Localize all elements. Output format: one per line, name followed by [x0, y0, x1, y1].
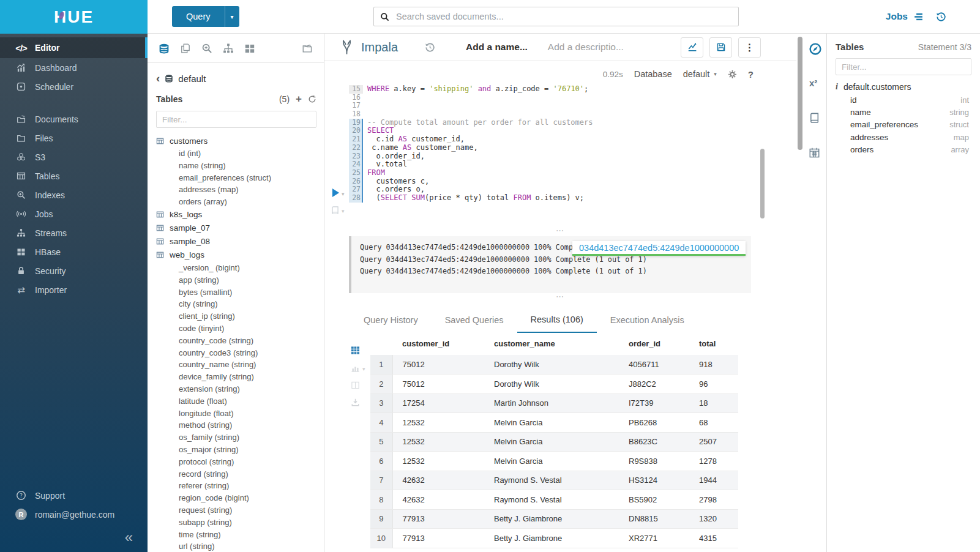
tree-column-item[interactable]: city (string) [156, 298, 316, 310]
sidebar-item-importer[interactable]: ⇄ Importer [0, 280, 148, 299]
tree-table-item[interactable]: customers [156, 134, 316, 147]
column-header[interactable]: customer_name [484, 334, 619, 355]
sidebar-item-support[interactable]: ? Support [0, 486, 148, 505]
sidebar-item-scheduler[interactable]: Scheduler [0, 77, 148, 96]
info-icon[interactable]: i [836, 82, 838, 92]
tab-execution-analysis[interactable]: Execution Analysis [597, 308, 698, 332]
documents-copy-icon[interactable] [180, 43, 191, 54]
right-column-item[interactable]: ordersarray [836, 144, 971, 156]
query-description-field[interactable]: Add a descriptio... [548, 42, 624, 53]
tree-column-item[interactable]: device_family (string) [156, 371, 316, 383]
tree-column-item[interactable]: country_name (string) [156, 359, 316, 371]
table-row[interactable]: 175012Dorothy Wilk4056711918 [370, 355, 738, 375]
tree-column-item[interactable]: url (string) [156, 540, 316, 552]
refresh-icon[interactable] [308, 95, 316, 103]
tree-table-item[interactable]: sample_08 [156, 235, 316, 248]
sidebar-item-security[interactable]: Security [0, 261, 148, 280]
tree-column-item[interactable]: protocol (string) [156, 456, 316, 468]
new-query-button[interactable]: Query ▾ [172, 6, 239, 27]
sidebar-item-user[interactable]: R romain@gethue.com [0, 505, 148, 524]
format-book-icon[interactable] [331, 206, 340, 215]
help-icon[interactable]: ? [748, 69, 754, 80]
table-row[interactable]: 512532Melvin GarciaB8623C2507 [370, 432, 738, 452]
tree-column-item[interactable]: country_code (string) [156, 335, 316, 347]
table-row[interactable]: 317254Martin JohnsonI72T3918 [370, 393, 738, 413]
chart-button[interactable] [681, 37, 703, 58]
sidebar-item-indexes[interactable]: Indexes [0, 185, 148, 204]
tree-column-item[interactable]: request (string) [156, 504, 316, 517]
sidebar-item-jobs[interactable]: Jobs [0, 204, 148, 223]
book-caret-icon[interactable]: ▾ [342, 208, 345, 214]
tree-column-item[interactable]: os_family (string) [156, 431, 316, 444]
tab-saved-queries[interactable]: Saved Queries [432, 308, 517, 332]
tree-column-item[interactable]: id (int) [156, 147, 316, 160]
query-dropdown-caret[interactable]: ▾ [225, 6, 239, 27]
tree-column-item[interactable]: name (string) [156, 160, 316, 172]
gear-icon[interactable] [728, 70, 737, 79]
download-icon[interactable] [351, 398, 360, 407]
tree-table-item[interactable]: k8s_logs [156, 208, 316, 222]
table-row[interactable]: 612532Melvin GarciaR9S8381278 [370, 452, 738, 471]
grid-view-icon[interactable] [351, 346, 360, 355]
add-table-icon[interactable]: + [296, 93, 302, 105]
sidebar-item-dashboard[interactable]: Dashboard [0, 58, 148, 77]
tree-column-item[interactable]: subapp (string) [156, 517, 316, 529]
table-row[interactable]: 977913Betty J. GiambroneDN88151320 [370, 509, 738, 529]
tab-results-106[interactable]: Results (106) [517, 308, 597, 333]
tree-column-item[interactable]: country_code3 (string) [156, 347, 316, 359]
open-folder-icon[interactable] [302, 43, 313, 54]
column-header[interactable]: order_id [619, 334, 689, 355]
execute-button[interactable] [332, 188, 339, 197]
tree-column-item[interactable]: longitude (float) [156, 408, 316, 420]
columns-icon[interactable] [351, 381, 360, 390]
bar-chart-icon[interactable] [351, 364, 360, 373]
tree-table-item[interactable]: sample_07 [156, 222, 316, 235]
editor-scrollbar[interactable] [760, 149, 765, 218]
sidebar-item-s3[interactable]: S3 [0, 147, 148, 166]
functions-icon[interactable]: x² [809, 78, 817, 88]
table-filter-input[interactable] [156, 111, 316, 128]
right-filter-input[interactable] [836, 58, 971, 75]
table-row[interactable]: 412532Melvin GarciaPB626868 [370, 413, 738, 433]
collapse-sidebar-icon[interactable]: « [125, 532, 133, 542]
right-column-item[interactable]: email_preferencesstruct [836, 119, 971, 131]
tree-column-item[interactable]: referer (string) [156, 480, 316, 492]
right-column-item[interactable]: addressesmap [836, 131, 971, 143]
tree-column-item[interactable]: _version_ (bigint) [156, 262, 316, 274]
history-icon[interactable] [936, 12, 946, 22]
tree-column-item[interactable]: extension (string) [156, 383, 316, 395]
tree-column-item[interactable]: bytes (smallint) [156, 286, 316, 299]
resize-handle[interactable]: ⋯ [324, 294, 796, 300]
execute-caret-icon[interactable]: ▾ [342, 191, 345, 197]
chart-caret-icon[interactable]: ▾ [362, 366, 365, 372]
sidebar-item-streams[interactable]: Streams [0, 223, 148, 242]
sidebar-item-files[interactable]: Files [0, 129, 148, 147]
tree-column-item[interactable]: method (string) [156, 419, 316, 431]
zoom-plus-icon[interactable] [201, 43, 212, 54]
right-column-item[interactable]: namestring [836, 106, 971, 118]
tree-column-item[interactable]: orders (array) [156, 196, 316, 208]
tree-column-item[interactable]: time (string) [156, 529, 316, 541]
table-row[interactable]: 275012Dorothy WilkJ882C296 [370, 375, 738, 394]
column-header[interactable]: total [689, 334, 738, 355]
tree-column-item[interactable]: region_code (bigint) [156, 492, 316, 504]
tree-column-item[interactable]: record (string) [156, 468, 316, 480]
table-row[interactable]: 742632Raymond S. VestalHS31241944 [370, 471, 738, 490]
sidebar-item-hbase[interactable]: HBase [0, 242, 148, 261]
document-search[interactable] [373, 7, 739, 26]
tree-column-item[interactable]: latitude (float) [156, 395, 316, 408]
tree-column-item[interactable]: client_ip (string) [156, 310, 316, 323]
database-name[interactable]: default [178, 73, 206, 84]
sidebar-item-documents[interactable]: Documents [0, 110, 148, 129]
search-input[interactable] [395, 11, 732, 22]
page-scrollbar[interactable] [798, 37, 802, 150]
active-table-row[interactable]: i default.customers [836, 82, 971, 92]
database-select[interactable]: default ▾ [683, 69, 717, 79]
query-name-field[interactable]: Add a name... [466, 42, 528, 53]
hue-logo[interactable]: HUE [54, 7, 94, 27]
right-column-item[interactable]: idint [836, 94, 971, 106]
language-reference-icon[interactable] [809, 112, 820, 124]
tree-column-item[interactable]: os_major (string) [156, 444, 316, 456]
resize-handle[interactable]: ⋯ [324, 228, 796, 234]
tree-column-item[interactable]: email_preferences (struct) [156, 172, 316, 184]
